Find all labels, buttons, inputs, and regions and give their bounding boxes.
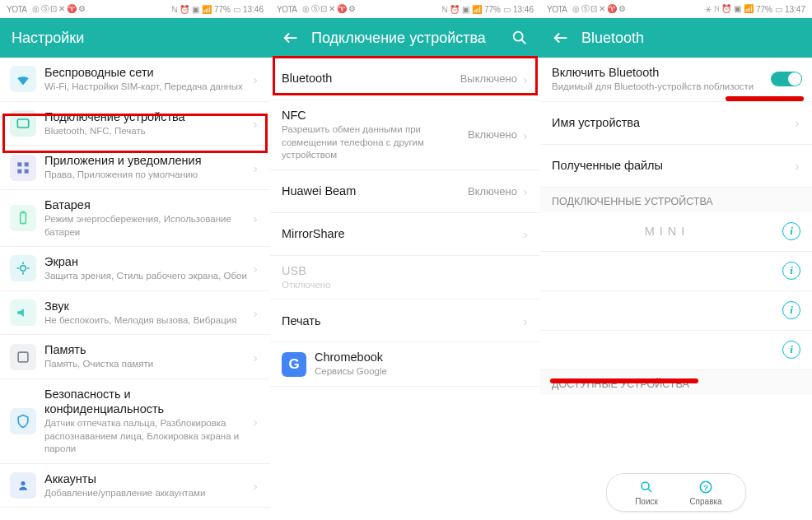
chevron-right-icon bbox=[520, 229, 530, 239]
page-title: Настройки bbox=[12, 30, 259, 47]
chevron-right-icon bbox=[250, 263, 260, 273]
svg-text:?: ? bbox=[703, 483, 708, 492]
help-button[interactable]: ? Справка bbox=[676, 479, 735, 506]
bt-device-row[interactable]: i bbox=[540, 291, 812, 331]
display-icon bbox=[10, 255, 36, 281]
wifi-icon bbox=[10, 66, 36, 92]
status-bar: YOTA ◎ ⓢ ⊡ ✕ ♈ ⚙ ℕ ⏰ ▣ 📶 77% ▭ 13:46 bbox=[0, 0, 270, 18]
row-received-files[interactable]: Полученные файлы bbox=[540, 145, 812, 188]
chevron-right-icon bbox=[250, 352, 260, 362]
svg-rect-0 bbox=[17, 119, 28, 128]
bluetooth-list: Включить BluetoothВидимый для Bluetooth-… bbox=[540, 58, 812, 520]
connection-list: Bluetooth Выключено NFCРазрешить обмен д… bbox=[270, 58, 540, 520]
page-title: Bluetooth bbox=[581, 30, 800, 47]
back-icon[interactable] bbox=[282, 29, 300, 47]
bluetooth-pane: YOTA ◎ ⓢ ⊡ ✕ ♈ ⚙ ⚹ ℕ ⏰ ▣ 📶 77% ▭ 13:47 B… bbox=[540, 0, 812, 520]
chevron-right-icon bbox=[250, 308, 260, 318]
chevron-right-icon bbox=[250, 481, 260, 490]
storage-icon bbox=[10, 344, 36, 370]
row-battery[interactable]: БатареяРежим энергосбережения, Использов… bbox=[0, 190, 270, 247]
row-apps-notifications[interactable]: Приложения и уведомленияПрава, Приложени… bbox=[0, 146, 270, 190]
info-icon[interactable]: i bbox=[782, 341, 800, 359]
row-accounts[interactable]: АккаунтыДобавление/управление аккаунтами bbox=[0, 464, 270, 508]
row-wireless[interactable]: Беспроводные сетиWi-Fi, Настройки SIM-ка… bbox=[0, 58, 270, 102]
bottom-actions: Поиск ? Справка bbox=[606, 473, 746, 512]
row-huawei-beam[interactable]: Huawei Beam Включено bbox=[270, 170, 540, 213]
search-icon bbox=[638, 479, 655, 495]
settings-pane: YOTA ◎ ⓢ ⊡ ✕ ♈ ⚙ ℕ ⏰ ▣ 📶 77% ▭ 13:46 Нас… bbox=[0, 0, 270, 520]
section-connected-devices: ПОДКЛЮЧЕННЫЕ УСТРОЙСТВА bbox=[540, 188, 812, 212]
search-button[interactable]: Поиск bbox=[617, 479, 676, 506]
row-display[interactable]: ЭкранЗащита зрения, Стиль рабочего экран… bbox=[0, 247, 270, 291]
chevron-right-icon bbox=[520, 74, 530, 84]
battery-icon bbox=[10, 205, 36, 231]
svg-rect-2 bbox=[25, 162, 29, 166]
row-mirrorshare[interactable]: MirrorShare bbox=[270, 213, 540, 256]
device-icon bbox=[10, 110, 36, 137]
row-security[interactable]: Безопасность и конфиденциальностьДатчик … bbox=[0, 379, 270, 464]
chevron-right-icon bbox=[792, 118, 802, 128]
row-enable-bluetooth[interactable]: Включить BluetoothВидимый для Bluetooth-… bbox=[540, 58, 812, 102]
back-icon[interactable] bbox=[552, 29, 570, 47]
row-device-name[interactable]: Имя устройства bbox=[540, 102, 812, 145]
row-usb: USBОтключено bbox=[270, 256, 540, 300]
svg-rect-3 bbox=[17, 169, 21, 173]
svg-point-9 bbox=[21, 481, 26, 485]
account-icon bbox=[10, 472, 36, 499]
row-print[interactable]: Печать bbox=[270, 299, 540, 342]
row-device-connection[interactable]: Подключение устройстваBluetooth, NFC, Пе… bbox=[0, 102, 270, 146]
row-nfc[interactable]: NFCРазрешить обмен данными при совмещени… bbox=[270, 100, 540, 170]
chevron-right-icon bbox=[250, 74, 260, 84]
info-icon[interactable]: i bbox=[782, 301, 800, 319]
search-icon[interactable] bbox=[511, 29, 529, 47]
device-connection-pane: YOTA ◎ ⓢ ⊡ ✕ ♈ ⚙ ℕ ⏰ ▣ 📶 77% ▭ 13:46 Под… bbox=[270, 0, 540, 520]
shield-icon bbox=[10, 408, 36, 434]
chevron-right-icon bbox=[520, 316, 530, 326]
svg-rect-8 bbox=[18, 352, 28, 362]
chevron-right-icon bbox=[250, 213, 260, 223]
info-icon[interactable]: i bbox=[782, 262, 800, 280]
chevron-right-icon bbox=[250, 163, 260, 173]
bluetooth-toggle[interactable] bbox=[771, 72, 802, 86]
row-storage[interactable]: ПамятьПамять, Очистка памяти bbox=[0, 335, 270, 379]
bt-device-row[interactable]: i bbox=[540, 252, 812, 291]
row-bluetooth[interactable]: Bluetooth Выключено bbox=[270, 58, 540, 100]
row-chromebook[interactable]: G ChromebookСервисы Google bbox=[270, 342, 540, 387]
bt-device-row[interactable]: MINI i bbox=[540, 212, 812, 252]
highlight-annotation bbox=[726, 96, 804, 101]
google-icon: G bbox=[282, 352, 306, 377]
info-icon[interactable]: i bbox=[782, 222, 800, 240]
chevron-right-icon bbox=[520, 130, 530, 140]
titlebar: Подключение устройства bbox=[270, 18, 540, 58]
svg-rect-6 bbox=[21, 211, 24, 213]
titlebar: Настройки bbox=[0, 18, 270, 58]
status-bar: YOTA ◎ ⓢ ⊡ ✕ ♈ ⚙ ℕ ⏰ ▣ 📶 77% ▭ 13:46 bbox=[270, 0, 540, 18]
settings-list: Беспроводные сетиWi-Fi, Настройки SIM-ка… bbox=[0, 58, 270, 520]
highlight-annotation bbox=[550, 378, 698, 383]
help-icon: ? bbox=[698, 479, 714, 495]
page-title: Подключение устройства bbox=[311, 30, 499, 47]
chevron-right-icon bbox=[520, 186, 530, 196]
apps-icon bbox=[10, 155, 36, 181]
status-bar: YOTA ◎ ⓢ ⊡ ✕ ♈ ⚙ ⚹ ℕ ⏰ ▣ 📶 77% ▭ 13:47 bbox=[540, 0, 812, 18]
svg-point-11 bbox=[642, 482, 649, 490]
svg-rect-4 bbox=[25, 169, 29, 173]
chevron-right-icon bbox=[250, 118, 260, 128]
titlebar: Bluetooth bbox=[540, 18, 812, 58]
svg-rect-5 bbox=[21, 212, 26, 223]
bt-device-row[interactable]: i bbox=[540, 331, 812, 370]
svg-rect-1 bbox=[17, 162, 21, 166]
svg-point-10 bbox=[514, 32, 523, 41]
row-sound[interactable]: ЗвукНе беспокоить, Мелодия вызова, Вибра… bbox=[0, 291, 270, 336]
svg-point-7 bbox=[21, 266, 26, 272]
sound-icon bbox=[10, 299, 36, 326]
chevron-right-icon bbox=[250, 416, 260, 426]
chevron-right-icon bbox=[792, 160, 802, 170]
